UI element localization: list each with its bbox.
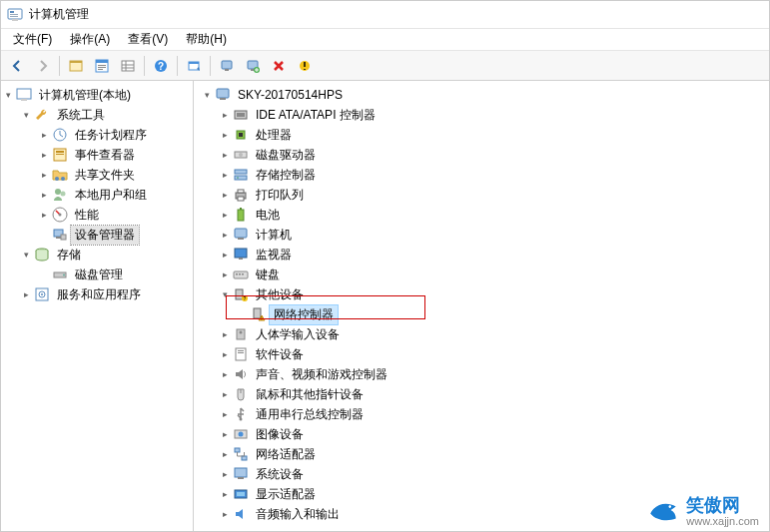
device-monitor[interactable]: ▸监视器: [218, 245, 769, 265]
services-icon: [34, 286, 50, 302]
tree-shared-folders[interactable]: ▸共享文件夹: [37, 165, 193, 185]
chevron-right-icon[interactable]: ▸: [218, 407, 232, 421]
chevron-down-icon[interactable]: ▾: [19, 108, 33, 122]
chevron-right-icon[interactable]: ▸: [37, 168, 51, 182]
tree-performance[interactable]: ▸性能: [37, 205, 193, 225]
chevron-right-icon[interactable]: ▸: [218, 208, 232, 222]
device-net-adapter[interactable]: ▸网络适配器: [218, 444, 769, 464]
chevron-right-icon[interactable]: ▸: [218, 148, 232, 162]
chevron-down-icon[interactable]: ▾: [19, 248, 33, 262]
device-software[interactable]: ▸软件设备: [218, 344, 769, 364]
toolbar-separator: [177, 56, 178, 76]
device-manager-icon: [52, 227, 68, 243]
device-root[interactable]: ▾ SKY-20170514HPS: [200, 85, 769, 105]
svg-point-43: [63, 274, 65, 276]
device-ide[interactable]: ▸IDE ATA/ATAPI 控制器: [218, 105, 769, 125]
device-storage-ctrl[interactable]: ▸存储控制器: [218, 165, 769, 185]
chevron-right-icon[interactable]: ▸: [37, 148, 51, 162]
chevron-right-icon[interactable]: ▸: [218, 447, 232, 461]
svg-rect-70: [242, 273, 244, 275]
computer-icon: [215, 87, 231, 103]
chevron-right-icon[interactable]: ▸: [218, 507, 232, 521]
svg-rect-8: [96, 60, 108, 63]
chevron-down-icon[interactable]: ▾: [218, 287, 232, 301]
chevron-right-icon[interactable]: ▸: [218, 248, 232, 262]
chevron-right-icon[interactable]: ▸: [218, 467, 232, 481]
tree-storage[interactable]: ▾ 存储: [19, 245, 193, 265]
tree-root-local[interactable]: ▾ 计算机管理(本地): [1, 85, 193, 105]
properties-button[interactable]: [90, 54, 114, 78]
device-mouse[interactable]: ▸鼠标和其他指针设备: [218, 384, 769, 404]
svg-rect-12: [122, 61, 134, 71]
chevron-right-icon[interactable]: ▸: [218, 168, 232, 182]
svg-rect-80: [238, 352, 244, 353]
menu-help[interactable]: 帮助(H): [178, 29, 235, 50]
device-system[interactable]: ▸系统设备: [218, 464, 769, 484]
device-battery[interactable]: ▸电池: [218, 205, 769, 225]
tree-local-users[interactable]: ▸本地用户和组: [37, 185, 193, 205]
chevron-right-icon[interactable]: ▸: [218, 108, 232, 122]
update-driver-button[interactable]: [241, 54, 265, 78]
tree-system-tools[interactable]: ▾ 系统工具: [19, 105, 193, 125]
chevron-right-icon[interactable]: ▸: [218, 427, 232, 441]
svg-rect-47: [217, 89, 229, 98]
view-list-button[interactable]: [116, 54, 140, 78]
watermark-text: 笑傲网: [686, 495, 740, 515]
chevron-right-icon[interactable]: ▸: [218, 228, 232, 242]
chevron-right-icon[interactable]: ▸: [218, 347, 232, 361]
chevron-right-icon[interactable]: ▸: [37, 128, 51, 142]
device-usb[interactable]: ▸通用串行总线控制器: [218, 404, 769, 424]
device-hid[interactable]: ▸人体学输入设备: [218, 324, 769, 344]
chevron-right-icon[interactable]: ▸: [218, 487, 232, 501]
svg-rect-85: [235, 448, 240, 452]
device-other[interactable]: ▾?其他设备: [218, 284, 769, 304]
chevron-right-icon[interactable]: ▸: [218, 387, 232, 401]
chevron-right-icon[interactable]: ▸: [218, 188, 232, 202]
refresh-button[interactable]: [182, 54, 206, 78]
chevron-right-icon[interactable]: ▸: [218, 267, 232, 281]
tree-disk-mgmt[interactable]: ▸磁盘管理: [37, 265, 193, 284]
device-cpu[interactable]: ▸处理器: [218, 125, 769, 145]
device-keyboard[interactable]: ▸键盘: [218, 265, 769, 284]
menu-file[interactable]: 文件(F): [5, 29, 60, 50]
chevron-right-icon[interactable]: ▸: [19, 287, 33, 301]
left-pane: ▾ 计算机管理(本地) ▾ 系统工具 ▸任务计划程序 ▸事件查看器: [1, 81, 194, 531]
disable-device-button[interactable]: [293, 54, 317, 78]
chevron-right-icon[interactable]: ▸: [218, 367, 232, 381]
device-imaging[interactable]: ▸图像设备: [218, 424, 769, 444]
help-button[interactable]: ?: [149, 54, 173, 78]
back-button[interactable]: [5, 54, 29, 78]
app-icon: [7, 7, 23, 23]
svg-point-91: [669, 505, 672, 508]
device-print-queue[interactable]: ▸打印队列: [218, 185, 769, 205]
chevron-right-icon[interactable]: ▸: [37, 208, 51, 222]
device-computer[interactable]: ▸计算机: [218, 225, 769, 245]
chevron-right-icon[interactable]: ▸: [218, 128, 232, 142]
toolbar-separator: [59, 56, 60, 76]
show-hide-tree-button[interactable]: [64, 54, 88, 78]
menubar: 文件(F) 操作(A) 查看(V) 帮助(H): [1, 29, 769, 51]
uninstall-device-button[interactable]: [267, 54, 291, 78]
device-network-controller[interactable]: ▸!网络控制器: [236, 304, 769, 324]
chevron-right-icon[interactable]: ▸: [218, 327, 232, 341]
menu-view[interactable]: 查看(V): [120, 29, 176, 50]
svg-point-32: [55, 177, 59, 181]
tree-task-scheduler[interactable]: ▸任务计划程序: [37, 125, 193, 145]
forward-button[interactable]: [31, 54, 55, 78]
menu-action[interactable]: 操作(A): [62, 29, 118, 50]
tree-services-apps[interactable]: ▸服务和应用程序: [19, 284, 193, 304]
svg-text:?: ?: [158, 61, 164, 72]
scan-hardware-button[interactable]: [215, 54, 239, 78]
chevron-down-icon[interactable]: ▾: [1, 88, 15, 102]
svg-rect-79: [238, 350, 244, 351]
svg-rect-26: [17, 89, 31, 99]
tree-event-viewer[interactable]: ▸事件查看器: [37, 145, 193, 165]
tree-device-manager[interactable]: ▸设备管理器: [37, 225, 193, 245]
chevron-down-icon[interactable]: ▾: [200, 88, 214, 102]
device-sound[interactable]: ▸声音、视频和游戏控制器: [218, 364, 769, 384]
watermark-url: www.xajjn.com: [686, 515, 759, 527]
sound-icon: [233, 366, 249, 382]
tree-label: IDE ATA/ATAPI 控制器: [252, 106, 380, 125]
chevron-right-icon[interactable]: ▸: [37, 188, 51, 202]
device-disk-drives[interactable]: ▸磁盘驱动器: [218, 145, 769, 165]
